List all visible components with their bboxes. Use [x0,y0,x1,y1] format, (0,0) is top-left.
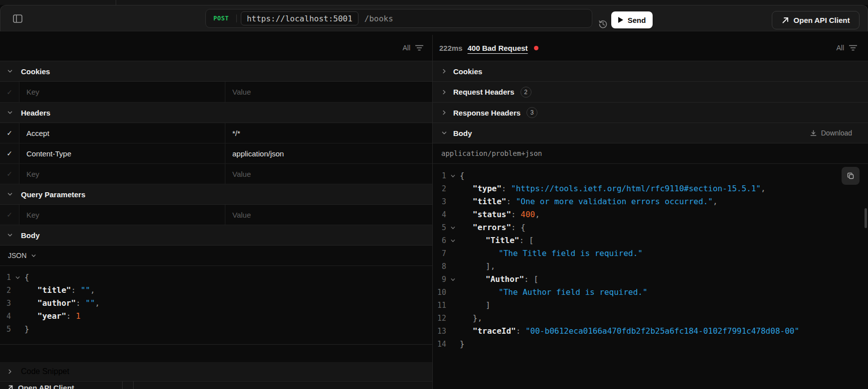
copy-response-button[interactable] [842,167,860,185]
section-title: Response Headers [453,109,521,117]
section-headers[interactable]: Headers [0,103,432,123]
download-label: Download [821,129,852,137]
request-filter-all-button[interactable]: All [402,44,432,52]
fold-gutter [446,247,460,260]
sidebar-toggle-button[interactable] [12,13,23,23]
section-body[interactable]: Body [0,225,432,246]
row-checkbox[interactable]: ✓ [0,143,19,163]
request-body-editor[interactable]: 1{2"title": "",3"author": "",4"year": 15… [0,266,432,345]
line-number: 4 [0,310,11,323]
code-text: "title": "", [24,284,95,297]
download-button[interactable]: Download [810,129,861,137]
chevron-down-icon[interactable] [7,68,13,74]
line-number: 1 [433,169,446,182]
response-duration: 222ms [439,44,463,52]
send-button[interactable]: Send [611,11,653,28]
bottom-open-api-client-label: Open API Client [18,384,74,389]
line-number: 12 [433,312,446,325]
chevron-right-icon[interactable] [441,110,447,116]
bottom-bar-divider [133,382,134,389]
http-method-badge[interactable]: POST [206,15,236,22]
fold-gutter [446,299,460,312]
code-text: "status": 400, [460,208,540,221]
key-input[interactable]: Content-Type [19,143,225,163]
row-checkbox[interactable]: ✓ [0,82,19,102]
key-input[interactable]: Accept [19,123,225,143]
request-path[interactable]: /books [362,14,393,23]
section-title: Code Snippet [21,367,69,376]
response-panel: 222ms 400 Bad Request All Cookies [432,35,868,389]
code-text: "errors": { [460,221,525,234]
chevron-down-icon[interactable] [441,130,447,136]
response-section-cookies[interactable]: Cookies [433,61,868,82]
response-section-body[interactable]: Body Download [433,123,868,143]
line-number: 1 [0,271,11,284]
section-code-snippet[interactable]: Code Snippet [0,362,432,382]
filter-all-label: All [402,44,410,52]
scrollbar-thumb[interactable] [865,208,867,228]
chevron-right-icon[interactable] [441,68,447,74]
body-format-value: JSON [8,252,26,259]
line-number: 3 [433,195,446,208]
value-input[interactable]: application/json [225,143,432,163]
chevron-down-icon[interactable] [7,191,13,197]
chevron-right-icon[interactable] [441,89,447,95]
value-input[interactable]: Value [225,205,432,225]
fold-toggle[interactable] [446,169,460,182]
section-query-parameters[interactable]: Query Parameters [0,184,432,205]
request-url-bar[interactable]: POST https://localhost:5001 /books [205,9,592,28]
code-line: 1{ [433,169,868,182]
fold-gutter [446,338,460,351]
response-status-code[interactable]: 400 Bad Request [468,44,528,52]
filter-icon [415,44,424,51]
bottom-bar-divider [122,382,123,389]
history-button[interactable] [597,18,609,30]
fold-gutter [446,286,460,299]
response-body-viewer[interactable]: 1{2"type": "https://tools.ietf.org/html/… [433,164,868,389]
bottom-open-api-client-button[interactable]: Open API Client [0,382,432,389]
body-format-select[interactable]: JSON [0,246,432,266]
headers-empty-row: ✓ Key Value [0,164,432,184]
code-text: "Title": [ [460,234,533,247]
key-placeholder: Key [26,88,39,96]
row-checkbox[interactable]: ✓ [0,164,19,184]
chevron-down-icon[interactable] [7,110,13,116]
header-key: Accept [26,129,49,137]
code-line: 1{ [0,271,432,284]
base-url-field[interactable]: https://localhost:5001 [241,11,358,25]
fold-toggle[interactable] [446,221,460,234]
response-section-request-headers[interactable]: Request Headers 2 [433,82,868,103]
arrow-up-right-icon [782,16,789,24]
response-section-response-headers[interactable]: Response Headers 3 [433,103,868,123]
chevron-right-icon[interactable] [7,369,13,375]
bottom-bar: Open API Client [0,382,432,389]
value-input[interactable]: Value [225,164,432,184]
section-title: Cookies [21,67,50,76]
section-title: Request Headers [453,88,515,96]
value-input[interactable]: */* [225,123,432,143]
key-input[interactable]: Key [19,164,225,184]
value-input[interactable]: Value [225,82,432,102]
chevron-down-icon[interactable] [7,232,13,238]
row-checkbox[interactable]: ✓ [0,123,19,143]
fold-toggle[interactable] [446,234,460,247]
line-number: 4 [433,208,446,221]
response-filter-all-button[interactable]: All [836,44,868,52]
key-input[interactable]: Key [19,82,225,102]
open-api-client-label: Open API Client [794,16,850,24]
copy-icon [847,172,855,180]
address-toolbar: POST https://localhost:5001 /books Send … [0,5,868,31]
request-filter-row: All [0,35,432,61]
filter-all-label: All [836,44,844,52]
fold-toggle[interactable] [11,271,24,284]
section-cookies[interactable]: Cookies [0,61,432,82]
header-value: application/json [232,149,284,158]
fold-toggle[interactable] [446,273,460,286]
code-line: 10"The Author field is required." [433,286,868,299]
row-checkbox[interactable]: ✓ [0,205,19,225]
header-key: Content-Type [26,149,71,158]
open-api-client-button[interactable]: Open API Client [772,11,860,29]
key-input[interactable]: Key [19,205,225,225]
section-title: Body [453,129,472,137]
line-number: 9 [433,273,446,286]
